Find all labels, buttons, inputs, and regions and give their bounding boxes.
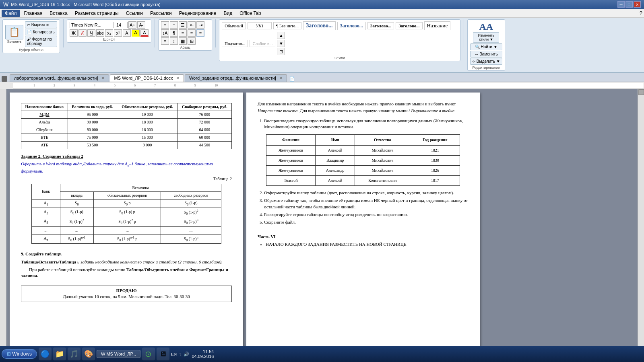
clipboard-group: 📋 Вставить ✂ Вырезать 📄 Копировать 🖌 Фор… [2, 19, 60, 53]
superscript-button[interactable]: x¹ [114, 29, 122, 37]
tab-lab-word[interactable]: лабораторная word...функциональности] ✕ [10, 74, 109, 82]
styles-scroll-down[interactable]: ▼ [277, 40, 285, 47]
minimize-button[interactable]: ─ [617, 1, 625, 8]
sort-button[interactable]: ↕A [161, 29, 169, 37]
find-button[interactable]: 🔍 Найти ▼ [470, 43, 502, 50]
styles-expand[interactable]: ⊡ [277, 48, 285, 55]
bullets-button[interactable]: ≡ [161, 21, 169, 29]
style-uk1[interactable]: УК1 [248, 22, 272, 29]
new-doc-btn[interactable]: 📄 [289, 76, 295, 82]
editing-group: AA Изменить стили ▼ 🔍 Найти ▼ ↔ Заменить… [467, 19, 505, 71]
align-center-button[interactable]: ≡ [188, 29, 196, 37]
select-button[interactable]: ⊹ Выделить ▼ [470, 58, 502, 65]
tab-current-doc[interactable]: MS Word_ЛР_ЭЭ6-16-1.docx ✕ [110, 74, 184, 82]
table1-header-bank: Наименование банка [21, 103, 68, 111]
bold-button[interactable]: Ж [70, 29, 78, 37]
change-styles-button[interactable]: Изменить стили ▼ [473, 32, 499, 43]
taskbar-app2-icon[interactable]: 🖥 [157, 348, 169, 360]
menu-office-tab[interactable]: Office Tab [236, 10, 264, 17]
increase-font-button[interactable]: A+ [128, 21, 136, 29]
system-clock: 11:54 04.09.2016 [192, 349, 217, 359]
tab-word-task-close[interactable]: ✕ [279, 76, 283, 80]
right-scrollbar[interactable] [638, 89, 644, 362]
multilevel-list-button[interactable]: ☰ [179, 21, 187, 29]
menu-view[interactable]: Вид [220, 10, 235, 17]
paste-button[interactable]: 📋 [5, 25, 23, 39]
font-size-input[interactable] [115, 22, 128, 28]
close-button[interactable]: ✕ [634, 1, 641, 8]
menu-page-layout[interactable]: Разметка страницы [72, 10, 122, 17]
table-row: Жемчужников Алексей Михайлович 1821 [266, 145, 460, 155]
replace-button[interactable]: ↔ Заменить [470, 51, 502, 58]
window-title: MS Word_ЛР_ЭЭ6-16-1.docx - Microsoft Wor… [11, 2, 160, 7]
tab-word-task[interactable]: Word_задание отред...функциональности] ✕ [185, 74, 287, 82]
table1-header-deposit: Величина вклада, руб. [68, 103, 117, 111]
tab-current-doc-close[interactable]: ✕ [176, 76, 180, 80]
style-no-spacing[interactable]: ¶ Без инте... [273, 22, 301, 29]
style-normal[interactable]: Обычный [222, 22, 246, 29]
font-name-input[interactable] [70, 22, 114, 28]
task3-li: Обрамите таблицу так, чтобы внешние её г… [264, 197, 469, 210]
taskbar: ⊞ Windows 🔵 📁 🎵 🎨 W MS Word_ЛР... ⊙ 🖥 EN… [0, 346, 644, 362]
maximize-button[interactable]: □ [625, 1, 633, 8]
style-title[interactable]: Название [424, 21, 451, 30]
justify-button[interactable]: ≡ [161, 37, 169, 45]
menu-insert[interactable]: Вставка [46, 10, 71, 17]
menu-home[interactable]: Главная [21, 10, 46, 17]
pages-container[interactable]: Наименование банка Величина вклада, руб.… [6, 89, 638, 362]
borders-button[interactable]: ⊞ [188, 37, 196, 45]
new-tab-icon[interactable] [2, 76, 7, 82]
menu-mailings[interactable]: Рассылки [147, 10, 175, 17]
table-row: АТБ53 5009 00044 500 [21, 142, 232, 149]
style-subtitle[interactable]: Подзагол... [222, 40, 248, 47]
help-icon[interactable]: ? [640, 10, 642, 16]
tab-lab-word-close[interactable]: ✕ [101, 76, 105, 80]
text-effects-button[interactable]: A [123, 29, 131, 37]
style-subtle[interactable]: Слабое в... [250, 40, 275, 47]
decrease-font-button[interactable]: A- [137, 21, 145, 29]
cut-button[interactable]: ✂ Вырезать [25, 21, 57, 28]
speaker-icon[interactable]: 🔊 [184, 352, 189, 357]
font-color-button[interactable]: A [140, 29, 149, 37]
align-left-button[interactable]: ≡ [179, 29, 187, 37]
highlight-button[interactable]: A [132, 29, 140, 37]
task2-li: Отформатируйте шапку таблицы (цвет, расп… [264, 190, 469, 196]
increase-indent-button[interactable]: ⇥ [196, 21, 204, 29]
style-heading3[interactable]: Заголово... [367, 22, 394, 29]
menu-file[interactable]: Файл [2, 10, 20, 17]
lang-indicator[interactable]: EN [171, 352, 177, 356]
strikethrough-button[interactable]: abc [96, 29, 104, 37]
taskbar-paint-icon[interactable]: 🎨 [82, 348, 95, 360]
help-taskbar-icon[interactable]: ? [180, 352, 182, 356]
line-spacing-button[interactable]: ↕ [170, 37, 178, 45]
align-right-button[interactable]: ≡ [196, 29, 204, 37]
decrease-indent-button[interactable]: ⇤ [188, 21, 196, 29]
taskbar-media-icon[interactable]: 🎵 [68, 348, 80, 360]
taskbar-word-app[interactable]: W MS Word_ЛР... [97, 350, 140, 358]
task1-li: Воспроизведите следующую таблицу, исполь… [264, 118, 469, 130]
style-heading2[interactable]: Заголово... [337, 22, 366, 30]
start-button[interactable]: ⊞ Windows [2, 349, 37, 359]
show-formatting-button[interactable]: ¶ [170, 29, 178, 37]
numbering-button[interactable]: ⁼ [170, 21, 178, 29]
italic-button[interactable]: К [78, 29, 87, 37]
main-area: Наименование банка Величина вклада, руб.… [0, 89, 644, 362]
style-heading1[interactable]: Заголово... [303, 21, 336, 30]
format-painter-button[interactable]: 🖌 Формат по образцу [25, 36, 57, 47]
styles-scroll-up[interactable]: ▲ [277, 32, 285, 39]
shading-button[interactable]: ▦ [179, 37, 187, 45]
font-group-label: Шрифт [103, 37, 115, 41]
style-heading4[interactable]: Заголово... [396, 22, 422, 29]
underline-button[interactable]: Ч [87, 29, 95, 37]
copy-button[interactable]: 📄 Копировать [25, 29, 57, 35]
menu-review[interactable]: Рецензирование [176, 10, 220, 17]
table-row: ВТБ75 00015 00060 000 [21, 134, 232, 142]
menu-references[interactable]: Ссылки [123, 10, 146, 17]
table2-caption: Таблица 2 [21, 176, 232, 182]
scroll-thumb[interactable] [638, 89, 644, 95]
ribbon: 📋 Вставить ✂ Вырезать 📄 Копировать 🖌 Фор… [0, 18, 644, 73]
taskbar-ie-icon[interactable]: 🔵 [39, 348, 52, 360]
subscript-button[interactable]: x₂ [105, 29, 113, 37]
taskbar-folder-icon[interactable]: 📁 [53, 348, 66, 360]
taskbar-chrome-icon[interactable]: ⊙ [142, 348, 155, 360]
